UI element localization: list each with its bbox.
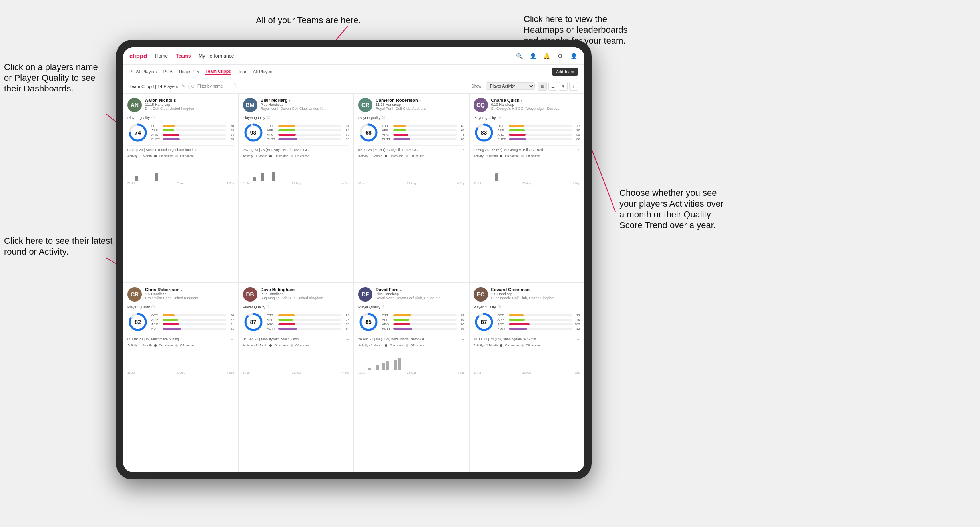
activity-chart (474, 159, 580, 181)
bell-icon[interactable]: 🔔 (542, 52, 551, 60)
app-label: APP (498, 318, 507, 322)
quality-info-icon[interactable]: ⓘ (498, 305, 501, 309)
latest-round[interactable]: 26 Aug 23 | 84 (+12), Royal North Devon … (358, 335, 465, 341)
donut-chart[interactable]: 87 (474, 312, 494, 332)
date-label-3: 4 Sep (573, 182, 580, 185)
quality-info-icon[interactable]: ⓘ (498, 115, 501, 120)
donut-chart[interactable]: 68 (358, 122, 379, 143)
latest-round[interactable]: 02 Sep 23 | Sunrise round to get back in… (127, 145, 234, 152)
putt-label: PUTT (267, 327, 277, 330)
latest-round[interactable]: 26 Aug 23 | 73 (+1), Royal North Devon G… (243, 145, 350, 152)
arg-row: ARG 75 (382, 133, 465, 137)
player-info: Chris Robertson ● 1-5 Handicap Craigmill… (145, 287, 234, 300)
donut-chart[interactable]: 87 (243, 312, 264, 332)
latest-round-arrow[interactable]: → (345, 147, 349, 152)
latest-round[interactable]: 02 Jul 23 | 59 (+1), Craigmillar Park GC… (358, 145, 465, 152)
nav-icons: 🔍 👤 🔔 ⚙ 👤 (515, 52, 578, 60)
svg-text:their Dashboards.: their Dashboards. (4, 84, 74, 93)
off-course-dot (175, 155, 178, 157)
quality-score: 82 (135, 319, 141, 325)
nav-logo: clippd (129, 52, 147, 59)
table-view-button[interactable]: ☰ (548, 82, 557, 91)
donut-chart[interactable]: 93 (243, 122, 264, 143)
latest-round-arrow[interactable]: → (461, 337, 465, 341)
quality-info-icon[interactable]: ⓘ (151, 305, 155, 309)
latest-round-text: 04 Sep 23 | Mobility with coach, Gym (243, 337, 299, 341)
nav-item-teams[interactable]: Teams (176, 53, 191, 59)
latest-round-arrow[interactable]: → (345, 337, 349, 341)
latest-round[interactable]: 18 Jul 23 | 74 (+4), Sunningdale GC - Ol… (474, 335, 580, 341)
nav-item-home[interactable]: Home (155, 53, 168, 59)
player-name[interactable]: Cameron Robertson ● (376, 98, 465, 103)
sub-nav-pga[interactable]: PGA (163, 69, 173, 75)
search-icon[interactable]: 🔍 (515, 52, 524, 60)
player-name[interactable]: David Ford ● (376, 287, 465, 292)
activity-labels: 31 Jul 21 Aug 4 Sep (358, 371, 465, 374)
ott-row: OTT 84 (267, 124, 350, 128)
player-name[interactable]: Dave Billingham (261, 287, 350, 292)
donut-chart[interactable]: 83 (474, 122, 494, 143)
quality-info-icon[interactable]: ⓘ (382, 305, 385, 309)
settings-icon[interactable]: ⚙ (556, 52, 564, 60)
latest-round-arrow[interactable]: → (230, 147, 234, 152)
quality-info-icon[interactable]: ⓘ (151, 115, 155, 120)
on-course-label: On course (505, 344, 519, 347)
arg-value: 75 (458, 133, 465, 137)
sub-nav-team-clippd[interactable]: Team Clippd (205, 69, 231, 75)
player-name[interactable]: Edward Crossman (491, 287, 580, 292)
latest-round[interactable]: 04 Sep 23 | Mobility with coach, Gym → (243, 335, 350, 341)
quality-score: 83 (481, 129, 487, 136)
activity-section: Activity · 1 Month On course Off course … (243, 154, 350, 185)
latest-round-text: 26 Aug 23 | 73 (+1), Royal North Devon G… (243, 148, 309, 152)
quality-info-icon[interactable]: ⓘ (382, 115, 385, 120)
quality-section: 74 OTT 60 APP 58 ARG 84 (127, 122, 234, 143)
nav-item-performance[interactable]: My Performance (199, 53, 234, 59)
ott-value: 60 (228, 314, 234, 317)
filter-view-button[interactable]: ▼ (559, 82, 568, 91)
arg-row: ARG 81 (151, 322, 234, 326)
player-handicap: 6.10 Handicap (491, 103, 580, 107)
sub-nav-tour[interactable]: Tour (238, 69, 246, 75)
activity-chart (474, 348, 580, 370)
show-select[interactable]: Player Activity Quality Score Trend (486, 82, 535, 90)
latest-round[interactable]: 07 Aug 23 | 77 (+7), St George's Hill GC… (474, 145, 580, 152)
add-team-button[interactable]: Add Team (552, 68, 578, 76)
player-name[interactable]: Charlie Quick ● (491, 98, 580, 103)
latest-round[interactable]: 05 Mar 23 | 19, Must make putting → (127, 335, 234, 341)
latest-round-arrow[interactable]: → (576, 147, 580, 152)
edit-icon[interactable]: ✎ (181, 84, 185, 89)
grid-view-button[interactable]: ⊞ (538, 82, 547, 91)
sub-nav-all-players[interactable]: All Players (253, 69, 274, 75)
player-name[interactable]: Aaron Nicholls (145, 98, 234, 103)
latest-round-arrow[interactable]: → (461, 147, 465, 152)
donut-chart[interactable]: 74 (127, 122, 148, 143)
player-name[interactable]: Chris Robertson ● (145, 287, 234, 292)
svg-text:Click here to view the: Click here to view the (524, 14, 607, 24)
player-name[interactable]: Blair McHarg ● (261, 98, 350, 103)
quality-info-icon[interactable]: ⓘ (267, 305, 270, 309)
player-avatar: BM (243, 98, 257, 112)
donut-chart[interactable]: 85 (358, 312, 379, 332)
avatar-icon[interactable]: 👤 (569, 52, 578, 60)
sort-view-button[interactable]: ↕ (569, 82, 578, 91)
off-course-dot (291, 155, 293, 157)
sub-nav-hcaps[interactable]: Hcaps 1-5 (179, 69, 199, 75)
latest-round-arrow[interactable]: → (230, 337, 234, 341)
quality-info-icon[interactable]: ⓘ (267, 115, 270, 120)
filter-input[interactable] (188, 83, 236, 89)
sub-nav-pgat[interactable]: PGAT Players (129, 69, 157, 75)
putt-row: PUTT 94 (267, 327, 350, 330)
player-card-header: CR Cameron Robertson ● 11:15 Handicap Ro… (358, 98, 465, 112)
user-icon[interactable]: 👤 (528, 52, 537, 60)
app-row: APP 63 (382, 129, 465, 132)
player-handicap: Plus Handicap (376, 292, 465, 296)
activity-chart (127, 159, 234, 181)
donut-chart[interactable]: 82 (127, 312, 148, 332)
latest-round-arrow[interactable]: → (576, 337, 580, 341)
ott-row: OTT 61 (382, 124, 465, 128)
player-card-header: CQ Charlie Quick ● 6.10 Handicap St. Geo… (474, 98, 580, 112)
arg-row: ARG 83 (382, 322, 465, 326)
on-course-dot (500, 344, 502, 347)
app-label: APP (498, 129, 507, 132)
date-label-2: 21 Aug (407, 371, 416, 374)
